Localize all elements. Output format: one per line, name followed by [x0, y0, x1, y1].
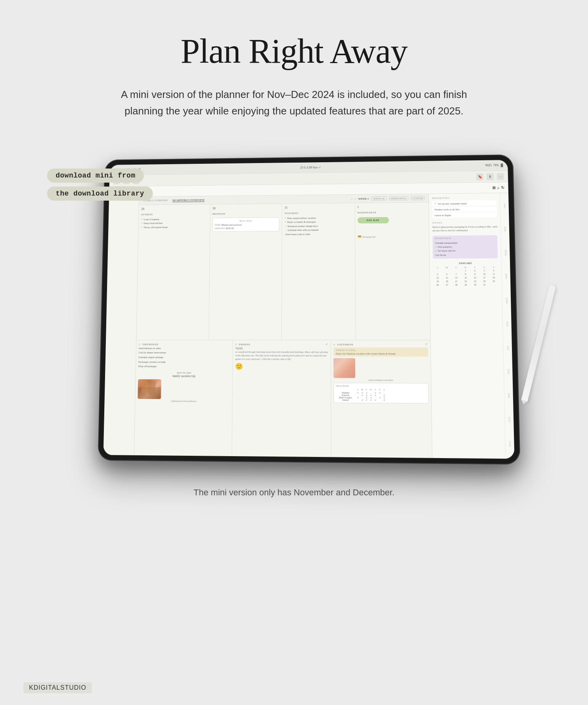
grid-icon[interactable]: ⊞ — [492, 186, 495, 190]
cal-day — [452, 269, 461, 272]
day-col-friday: 3 FRIDAY ✓ journal we wandered through c… — [232, 340, 332, 459]
pink-building-image: 🏘 — [333, 358, 355, 378]
day-col-tuesday: 31 TUESDAY ✓Plan content before vacation… — [282, 203, 356, 339]
saturday-label: SATURDAY — [337, 343, 354, 346]
page-subtitle: A mini version of the planner for Nov–De… — [118, 87, 470, 119]
cal-day: 27 — [443, 283, 452, 286]
badge-2[interactable]: the download library — [47, 187, 153, 201]
wednesday-label: WEDNESDAY — [358, 210, 426, 214]
bottom-text: The mini version only has November and D… — [194, 488, 394, 498]
month-apr: APR — [505, 274, 507, 279]
month-jan: JAN — [503, 204, 506, 208]
trip-label: family vacation trip — [138, 374, 230, 378]
tuesday-label: TUESDAY — [285, 211, 352, 215]
cal-day: 16 — [470, 276, 479, 279]
prev-icon[interactable]: ‹ — [351, 197, 352, 201]
horizontal-tab[interactable]: HORIZONTAL — [389, 196, 408, 200]
badge-1-text: download mini from — [56, 172, 135, 179]
search-icon[interactable]: ⌕ — [497, 185, 499, 190]
cal-day: 7 — [452, 273, 461, 276]
mortgage-text: Mortgage due — [363, 236, 376, 238]
task-item: Exchange currency at bank — [138, 359, 230, 364]
payday-btn: PAY DAY — [358, 217, 389, 223]
calendar-grid: S M T W T F S 1 — [433, 266, 498, 286]
left-nav — [103, 197, 139, 459]
cal-day: 11 — [489, 272, 498, 275]
cal-day: 19 — [433, 280, 442, 283]
brand-label: KDIGITALSTUDIO — [24, 682, 92, 693]
checkmark-icon: ✓ — [325, 343, 328, 346]
bill-amount: $245.56 — [226, 227, 234, 230]
cal-day: 5 — [433, 273, 442, 276]
vertical-tab[interactable]: VERTICAL — [371, 196, 387, 201]
cal-day: 12 — [433, 276, 442, 279]
goals-box: TODAY'S GOAL Enjoy my fabulous vacation … — [333, 347, 428, 357]
quarterly-tab[interactable]: QUARTERLY OVERVIEW — [172, 199, 205, 203]
cal-day: 10 — [480, 272, 489, 275]
cal-header: M — [442, 266, 451, 269]
refresh-icon[interactable]: ↻ — [501, 185, 504, 190]
notes-text: Need to adjust product packaging by 9.5c… — [432, 225, 497, 233]
notes-section: NOTES Need to adjust product packaging b… — [432, 221, 497, 233]
cal-day — [442, 269, 451, 272]
task-item: Send itinerary to sitter — [139, 346, 230, 351]
day-col-thursday: 2 THURSDAY Send itinerary to sitter Call… — [134, 340, 233, 459]
sunday-num: 29 — [141, 207, 207, 211]
monday-label: MONDAY — [212, 212, 279, 216]
cal-day: 3 — [480, 269, 489, 272]
cal-day: 9 — [470, 272, 479, 275]
priority-text: Check-in flights — [435, 214, 452, 217]
main-content: YEARLY OVERVIEW QUARTERLY OVERVIEW ‹ › W… — [134, 194, 432, 459]
apple-pencil — [521, 284, 556, 402]
cal-day: 14 — [452, 276, 461, 279]
battery-icon: 76% — [493, 163, 499, 167]
month-oct: OCT — [508, 417, 511, 422]
task-item: Send house code to sitter — [285, 232, 352, 236]
cal-day: 26 — [433, 283, 442, 286]
cal-day: 28 — [452, 283, 461, 286]
cal-header: S — [489, 266, 498, 268]
badge-1[interactable]: download mini from — [47, 169, 144, 183]
cal-day: 31 — [480, 283, 489, 286]
next-icon[interactable]: › — [355, 197, 356, 201]
bottom-section: The mini version only has November and D… — [194, 488, 394, 498]
reminder-text: Pack passports — [438, 245, 452, 249]
custom-tab[interactable]: CUSTOM — [411, 196, 425, 200]
cal-day: 18 — [489, 276, 498, 279]
reminder-section: REMINDER Schedule autopayments ✓ Pack pa… — [432, 235, 498, 259]
cal-day: 30 — [470, 283, 479, 286]
sunday-label: SUNDAY — [141, 212, 207, 216]
bill-box: BILL DUE ITEM: Mastercard payment AMOUNT… — [212, 217, 279, 232]
screen-body: YEARLY OVERVIEW QUARTERLY OVERVIEW ‹ › W… — [103, 193, 515, 459]
task-item: Call for dinner reservations — [138, 350, 230, 355]
wifi-icon: WiFi — [485, 164, 492, 167]
bookmark-icon[interactable]: 🔖 — [476, 173, 484, 180]
travel-image — [138, 379, 161, 399]
month-mar: MAR — [504, 250, 506, 256]
task-item: ✓Throw off expired foods — [141, 225, 207, 229]
page-container: Plan Right Away A mini version of the pl… — [0, 0, 588, 705]
share-icon[interactable]: ⬆ — [486, 173, 494, 180]
month-feb: FEB — [504, 227, 506, 232]
cal-day: 17 — [480, 276, 489, 279]
priorities-title: PRIORITIES — [432, 196, 497, 199]
notes-title: NOTES — [432, 221, 497, 224]
cal-day: 24 — [480, 279, 489, 283]
badge-2-text: the download library — [56, 190, 144, 198]
more-icon[interactable]: ··· — [497, 173, 504, 180]
cal-header: T — [470, 266, 479, 268]
cal-header: S — [433, 266, 442, 269]
check-icon: ✓ — [434, 202, 437, 205]
cal-day: 13 — [443, 276, 452, 279]
journal-entry: we wandered through charming stone lined… — [235, 350, 328, 361]
task-text: Deep clean kitchen — [143, 221, 162, 225]
month-jun: JUN — [506, 322, 508, 327]
check-icon: ✓ — [435, 249, 437, 253]
priorities-section: PRIORITIES ✓ Set up auto responder email… — [432, 196, 497, 219]
goal-text: Enjoy my fabulous vacation with closest … — [336, 352, 426, 355]
reminder-text: Set house code for — [438, 249, 456, 253]
cal-day: 29 — [461, 283, 470, 286]
priority-item: ✓ Set up auto responder email — [432, 200, 497, 206]
month-jul: JUL — [506, 345, 509, 350]
travel-caption: walking down brick pathways — [138, 400, 230, 402]
